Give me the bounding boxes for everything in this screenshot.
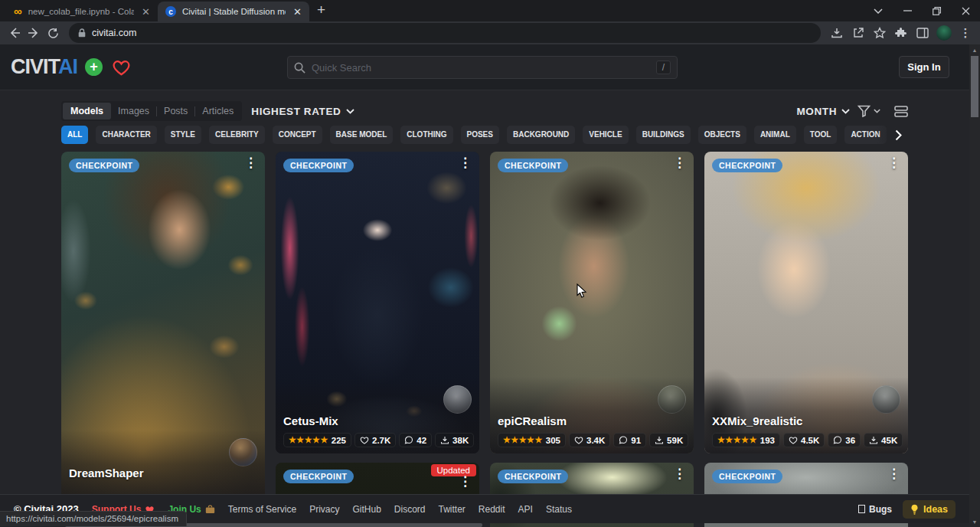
browser-tab-civitai[interactable]: c Civitai | Stable Diffusion models, ✕ bbox=[158, 2, 309, 21]
browser-avatar[interactable] bbox=[934, 23, 954, 43]
model-title: DreamShaper bbox=[69, 466, 257, 480]
comment-icon bbox=[619, 436, 628, 444]
briefcase-icon bbox=[205, 505, 215, 514]
category-poses[interactable]: POSES bbox=[461, 126, 499, 144]
model-card-dreamshaper[interactable]: CHECKPOINT ⋮ DreamShaper bbox=[61, 152, 265, 506]
civitai-logo[interactable]: CIVITAI bbox=[11, 55, 77, 79]
close-window-button[interactable] bbox=[951, 0, 980, 21]
category-background[interactable]: BACKGROUND bbox=[507, 126, 575, 144]
browser-status-bubble: https://civitai.com/models/25694/epicrea… bbox=[0, 511, 187, 526]
card-menu-icon[interactable]: ⋮ bbox=[244, 156, 257, 170]
vertical-scrollbar[interactable]: ▲ ▼ bbox=[969, 44, 980, 527]
terms-link[interactable]: Terms of Service bbox=[228, 504, 296, 515]
comments-stat: 91 bbox=[613, 433, 646, 447]
downloads-stat: 45K bbox=[864, 433, 903, 447]
heart-icon bbox=[789, 436, 798, 444]
category-objects[interactable]: OBJECTS bbox=[698, 126, 746, 144]
category-concept[interactable]: CONCEPT bbox=[273, 126, 322, 144]
github-link[interactable]: GitHub bbox=[352, 504, 381, 515]
category-animal[interactable]: ANIMAL bbox=[754, 126, 796, 144]
category-all[interactable]: ALL bbox=[61, 126, 88, 144]
tab-search-icon[interactable] bbox=[864, 0, 893, 21]
side-panel-icon[interactable] bbox=[913, 23, 933, 43]
card-menu-icon[interactable]: ⋮ bbox=[459, 475, 472, 489]
comment-icon bbox=[404, 436, 413, 444]
search-input[interactable] bbox=[312, 62, 650, 74]
tab-title: new_colab_file.ipynb - Colaborat bbox=[28, 7, 134, 16]
tab-images[interactable]: Images bbox=[111, 103, 156, 119]
downloads-stat: 38K bbox=[435, 433, 474, 447]
download-icon bbox=[440, 436, 449, 444]
address-bar[interactable]: civitai.com bbox=[69, 23, 821, 43]
card-menu-icon[interactable]: ⋮ bbox=[887, 467, 900, 481]
browser-tab-colab[interactable]: ∞ new_colab_file.ipynb - Colaborat ✕ bbox=[6, 2, 158, 21]
category-buildings[interactable]: BUILDINGS bbox=[636, 126, 691, 144]
category-vehicle[interactable]: VEHICLE bbox=[583, 126, 628, 144]
model-title: Cetus-Mix bbox=[283, 414, 472, 427]
category-celebrity[interactable]: CELEBRITY bbox=[209, 126, 265, 144]
downloads-icon[interactable] bbox=[827, 23, 847, 43]
bookmark-star-icon[interactable] bbox=[870, 23, 890, 43]
new-tab-button[interactable]: + bbox=[317, 2, 325, 18]
likes-stat: 4.5K bbox=[783, 433, 825, 447]
chevron-down-icon bbox=[346, 109, 354, 114]
comments-stat: 42 bbox=[399, 433, 432, 447]
back-button[interactable] bbox=[5, 23, 24, 43]
star-icons: ★★★★★ bbox=[717, 435, 757, 445]
minimize-button[interactable] bbox=[893, 0, 922, 21]
model-type-badge: CHECKPOINT bbox=[283, 159, 354, 172]
category-character[interactable]: CHARACTER bbox=[96, 126, 156, 144]
category-base-model[interactable]: BASE MODEL bbox=[330, 126, 394, 144]
twitter-link[interactable]: Twitter bbox=[439, 504, 466, 515]
model-card-epicrealism[interactable]: CHECKPOINT ⋮ epiCRealism ★★★★★305 3.4K 9… bbox=[490, 152, 694, 453]
categories-scroll-right-icon[interactable] bbox=[877, 126, 908, 145]
discord-link[interactable]: Discord bbox=[394, 504, 426, 515]
reddit-link[interactable]: Reddit bbox=[479, 504, 505, 515]
api-link[interactable]: API bbox=[518, 504, 533, 515]
sort-dropdown[interactable]: HIGHEST RATED bbox=[251, 106, 354, 117]
period-dropdown[interactable]: MONTH bbox=[797, 106, 851, 117]
scrollbar-thumb[interactable] bbox=[971, 56, 978, 117]
layout-toggle-icon[interactable] bbox=[894, 106, 908, 117]
privacy-link[interactable]: Privacy bbox=[309, 504, 339, 515]
card-stats: ★★★★★305 3.4K 91 59K bbox=[498, 433, 686, 447]
card-stats: ★★★★★193 4.5K 36 45K bbox=[712, 433, 900, 447]
card-menu-icon[interactable]: ⋮ bbox=[887, 156, 900, 170]
scroll-up-icon[interactable]: ▲ bbox=[969, 44, 980, 55]
scroll-down-icon[interactable]: ▼ bbox=[969, 516, 980, 527]
create-plus-button[interactable]: + bbox=[85, 58, 103, 76]
reload-button[interactable] bbox=[44, 23, 63, 43]
extensions-puzzle-icon[interactable] bbox=[891, 23, 911, 43]
bugs-button[interactable]: Bugs bbox=[858, 504, 892, 515]
card-menu-icon[interactable]: ⋮ bbox=[459, 156, 472, 170]
card-menu-icon[interactable]: ⋮ bbox=[673, 467, 686, 481]
lock-icon bbox=[78, 28, 86, 38]
model-type-badge: CHECKPOINT bbox=[712, 470, 782, 483]
tab-posts[interactable]: Posts bbox=[157, 103, 194, 119]
filter-dropdown[interactable] bbox=[858, 105, 880, 117]
card-stats: ★★★★★225 2.7K 42 38K bbox=[283, 433, 472, 447]
tab-title: Civitai | Stable Diffusion models, bbox=[182, 7, 286, 16]
model-card-cetus-mix[interactable]: CHECKPOINT ⋮ Cetus-Mix ★★★★★225 2.7K 42 … bbox=[276, 152, 479, 453]
downloads-stat: 59K bbox=[649, 433, 688, 447]
status-link[interactable]: Status bbox=[546, 504, 572, 515]
tab-articles[interactable]: Articles bbox=[195, 103, 240, 119]
download-icon bbox=[655, 436, 664, 444]
tab-models[interactable]: Models bbox=[63, 103, 111, 119]
forward-button[interactable] bbox=[24, 23, 43, 43]
tab-close-icon[interactable]: ✕ bbox=[140, 6, 152, 18]
sign-in-button[interactable]: Sign In bbox=[899, 56, 949, 78]
browser-menu-icon[interactable]: ⋮ bbox=[956, 23, 975, 43]
card-menu-icon[interactable]: ⋮ bbox=[673, 156, 686, 170]
model-card-xxmix[interactable]: CHECKPOINT ⋮ XXMix_9realistic ★★★★★193 4… bbox=[704, 152, 908, 453]
category-clothing[interactable]: CLOTHING bbox=[400, 126, 452, 144]
tab-close-icon[interactable]: ✕ bbox=[292, 6, 303, 18]
support-heart-icon[interactable] bbox=[112, 58, 131, 76]
ideas-button[interactable]: Ideas bbox=[903, 500, 956, 519]
share-icon[interactable] bbox=[848, 23, 868, 43]
category-tool[interactable]: TOOL bbox=[804, 126, 838, 144]
category-style[interactable]: STYLE bbox=[165, 126, 201, 144]
quick-search-box[interactable]: / bbox=[287, 56, 678, 79]
star-icons: ★★★★★ bbox=[503, 435, 543, 445]
maximize-button[interactable] bbox=[922, 0, 951, 21]
